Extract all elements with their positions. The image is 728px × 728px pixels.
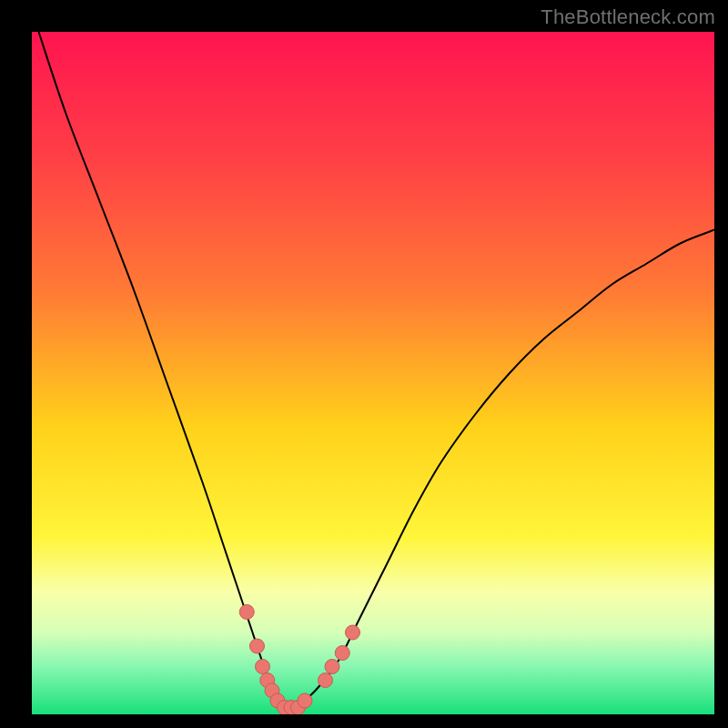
- data-point: [335, 646, 349, 661]
- outer-frame: TheBottleneck.com: [0, 0, 728, 728]
- data-point: [318, 673, 333, 688]
- data-point: [298, 693, 312, 708]
- data-point: [239, 605, 254, 620]
- highlight-points: [239, 605, 359, 715]
- data-point: [250, 639, 265, 653]
- chart-svg: [32, 32, 714, 714]
- data-point: [325, 660, 339, 674]
- data-point: [256, 660, 270, 674]
- plot-area: [32, 32, 714, 714]
- bottleneck-curve: [39, 32, 715, 708]
- watermark-text: TheBottleneck.com: [541, 5, 715, 29]
- data-point: [346, 625, 360, 640]
